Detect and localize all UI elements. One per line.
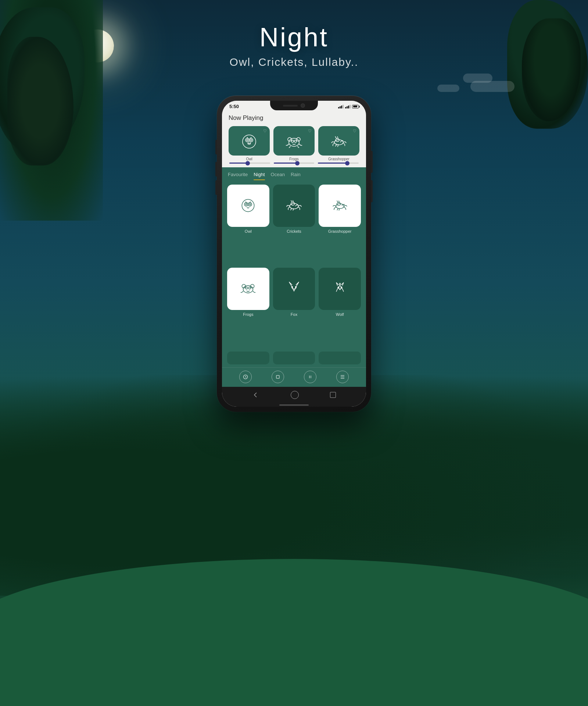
sound-card-frogs	[227, 268, 269, 310]
sound-label-grasshopper: Grasshopper	[328, 229, 352, 233]
sound-card-wolf	[319, 268, 361, 310]
sound-label-owl: Owl	[245, 229, 252, 233]
playing-card-owl[interactable]: ♡	[229, 126, 270, 156]
playing-cards: ♡	[229, 126, 359, 156]
hill	[0, 559, 588, 706]
svg-point-12	[242, 200, 254, 212]
svg-point-0	[243, 135, 256, 148]
android-home-button[interactable]	[291, 391, 299, 399]
sound-item-owl[interactable]: Owl	[227, 185, 269, 264]
page-subtitle: Owl, Crickets, Lullaby..	[0, 56, 588, 68]
svg-point-4	[250, 139, 252, 141]
sound-label-wolf: Wolf	[336, 312, 344, 317]
now-playing-section: Now Playing ♡	[222, 109, 366, 167]
speaker	[283, 105, 298, 107]
nav-pause-button[interactable]	[304, 371, 316, 383]
grasshopper-card-label: Grasshopper	[318, 157, 359, 161]
signal-icon-2	[345, 105, 351, 108]
sound-item-fox[interactable]: Fox	[273, 268, 315, 347]
playing-card-grasshopper[interactable]: ♡	[318, 126, 359, 156]
frogs-slider[interactable]	[274, 163, 315, 164]
phone: 5:50 Now Playing ♡	[217, 96, 371, 412]
svg-point-8	[291, 140, 294, 142]
tab-night[interactable]: Night	[254, 172, 265, 180]
heart-icon-owl[interactable]: ♡	[263, 129, 267, 133]
sound-label-fox: Fox	[291, 312, 297, 317]
camera	[301, 103, 305, 108]
bottom-nav	[222, 367, 366, 387]
android-nav	[222, 387, 366, 403]
sound-item-crickets[interactable]: Crickets	[273, 185, 315, 264]
android-home-indicator	[222, 403, 366, 407]
svg-point-2	[249, 138, 253, 142]
grasshopper-slider[interactable]	[318, 163, 359, 164]
bottom-section: Favourite Night Ocean Rain	[222, 167, 366, 387]
svg-point-3	[247, 139, 248, 141]
page-header: Night Owl, Crickets, Lullaby..	[0, 22, 588, 68]
nav-history-button[interactable]	[239, 371, 252, 383]
playing-card-frogs[interactable]: ♡	[273, 126, 315, 156]
tab-ocean[interactable]: Ocean	[271, 172, 285, 180]
page-title: Night	[0, 22, 588, 52]
owl-slider[interactable]	[229, 163, 270, 164]
svg-point-9	[294, 140, 297, 142]
owl-icon	[240, 132, 259, 151]
sound-item-frogs[interactable]: Frogs	[227, 268, 269, 347]
clouds	[404, 74, 514, 110]
sound-card-crickets	[273, 185, 315, 227]
tab-rain[interactable]: Rain	[291, 172, 301, 180]
battery-icon	[352, 105, 359, 108]
frogs-card-label: Frogs	[273, 157, 315, 161]
sound-item-grasshopper[interactable]: Grasshopper	[319, 185, 361, 264]
phone-shell: 5:50 Now Playing ♡	[217, 96, 371, 412]
svg-point-16	[249, 204, 251, 205]
android-back-button[interactable]	[252, 391, 259, 399]
svg-point-15	[245, 204, 247, 205]
sound-grid: Owl	[222, 180, 366, 352]
tab-favourite[interactable]: Favourite	[228, 172, 248, 180]
sound-label-frogs: Frogs	[243, 312, 253, 317]
nav-menu-button[interactable]	[336, 371, 349, 383]
grasshopper-icon	[329, 132, 348, 151]
phone-screen: 5:50 Now Playing ♡	[222, 101, 366, 407]
heart-icon-grasshopper[interactable]: ♡	[353, 129, 356, 133]
signal-icon	[338, 105, 344, 108]
now-playing-title: Now Playing	[229, 114, 359, 122]
slider-row	[229, 163, 359, 164]
status-time: 5:50	[229, 104, 239, 109]
svg-point-24	[245, 287, 248, 289]
sound-card-owl	[227, 185, 269, 227]
status-icons	[338, 105, 359, 108]
frogs-icon	[284, 132, 304, 151]
svg-rect-31	[276, 375, 279, 378]
sound-card-fox	[273, 268, 315, 310]
category-tabs: Favourite Night Ocean Rain	[222, 167, 366, 180]
sound-card-grasshopper	[319, 185, 361, 227]
notch	[270, 101, 318, 110]
svg-point-1	[245, 138, 249, 142]
svg-point-5	[289, 138, 299, 146]
owl-card-label: Owl	[229, 157, 270, 161]
android-recents-button[interactable]	[330, 392, 336, 398]
svg-point-25	[249, 287, 251, 289]
sound-label-crickets: Crickets	[287, 229, 301, 233]
sound-item-wolf[interactable]: Wolf	[319, 268, 361, 347]
heart-icon-frogs[interactable]: ♡	[308, 129, 312, 133]
nav-stop-button[interactable]	[272, 371, 284, 383]
